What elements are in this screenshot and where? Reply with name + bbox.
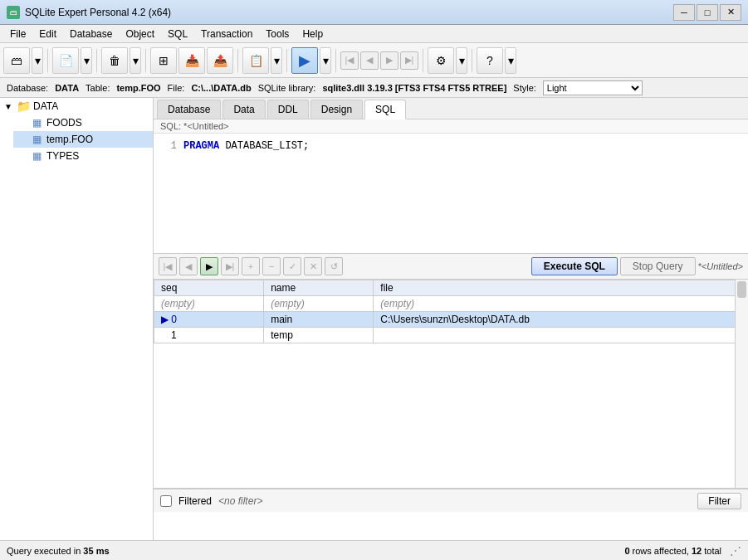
statusbar-left: Query executed in 35 ms bbox=[7, 546, 241, 556]
toolbar-execute-btn[interactable]: ▶ bbox=[291, 47, 318, 74]
library-value: sqlite3.dll 3.19.3 [FTS3 FTS4 FTS5 RTREE… bbox=[322, 83, 506, 93]
toolbar-delete-dropdown[interactable]: ▾ bbox=[130, 47, 141, 74]
menu-help[interactable]: Help bbox=[296, 27, 330, 41]
menu-file[interactable]: File bbox=[3, 27, 32, 41]
tree-arrow-data[interactable]: ▼ bbox=[3, 101, 13, 111]
toolbar-new-btn[interactable]: 📄 bbox=[52, 47, 79, 74]
sql-toolbar: |◀ ◀ ▶ ▶| + − ✓ ✕ ↺ Execute SQL Stop Que… bbox=[154, 254, 748, 280]
db-value: DATA bbox=[55, 83, 79, 93]
resize-grip[interactable]: ⋰ bbox=[728, 544, 741, 558]
sql-first-btn[interactable]: |◀ bbox=[159, 257, 177, 275]
toolbar-sep-2 bbox=[96, 49, 97, 72]
cell-name-main: main bbox=[264, 312, 374, 328]
execute-sql-button[interactable]: Execute SQL bbox=[531, 257, 618, 275]
toolbar-open-db-dropdown[interactable]: ▾ bbox=[32, 47, 43, 74]
toolbar-next-btn[interactable]: ▶ bbox=[380, 51, 398, 70]
sql-add-btn[interactable]: + bbox=[242, 257, 260, 275]
toolbar-last-btn[interactable]: ▶| bbox=[400, 51, 418, 70]
maximize-button[interactable]: □ bbox=[697, 4, 718, 21]
results-table: seq name file (empty) (empty) (empty) bbox=[154, 280, 748, 343]
sql-remove-btn[interactable]: − bbox=[262, 257, 281, 275]
menu-edit[interactable]: Edit bbox=[32, 27, 63, 41]
execution-time: 35 ms bbox=[83, 546, 109, 556]
tabs: Database Data DDL Design SQL bbox=[154, 98, 748, 119]
menu-tools[interactable]: Tools bbox=[259, 27, 296, 41]
toolbar-grid-btn[interactable]: ⊞ bbox=[150, 47, 177, 74]
results-table-container[interactable]: seq name file (empty) (empty) (empty) bbox=[154, 280, 748, 489]
toolbar-import-btn[interactable]: 📥 bbox=[178, 47, 205, 74]
table-label: Table: bbox=[86, 83, 110, 93]
sql-content: PRAGMA DATABASE_LIST; bbox=[183, 140, 309, 152]
line-number: 1 bbox=[160, 140, 177, 152]
stop-query-button[interactable]: Stop Query bbox=[620, 257, 696, 275]
sql-label: SQL: *<Untitled> bbox=[154, 119, 748, 134]
titlebar-left: 🗃 SQLite Expert Personal 4.2 (x64) bbox=[7, 6, 171, 19]
filtered-checkbox[interactable] bbox=[160, 495, 172, 507]
tree-children: ▶ ▦ FOODS ▶ ▦ temp.FOO ▶ ▦ TYPES bbox=[0, 114, 153, 164]
table-row[interactable]: (empty) (empty) (empty) bbox=[154, 296, 748, 312]
table-row[interactable]: ▶ 0 main C:\Users\sunzn\Desktop\DATA.db bbox=[154, 312, 748, 328]
toolbar-execute-dropdown[interactable]: ▾ bbox=[320, 47, 331, 74]
tree-item-tempfoo[interactable]: ▶ ▦ temp.FOO bbox=[13, 131, 153, 148]
tab-database[interactable]: Database bbox=[157, 100, 221, 119]
cell-empty-seq: (empty) bbox=[154, 296, 264, 312]
toolbar-sep-3 bbox=[145, 49, 146, 72]
menu-sql[interactable]: SQL bbox=[161, 27, 194, 41]
tree-item-types[interactable]: ▶ ▦ TYPES bbox=[13, 148, 153, 164]
filter-button[interactable]: Filter bbox=[697, 493, 741, 509]
tab-design[interactable]: Design bbox=[310, 100, 363, 119]
toolbar-sep-8 bbox=[472, 49, 472, 72]
window-title: SQLite Expert Personal 4.2 (x64) bbox=[25, 7, 171, 18]
menu-transaction[interactable]: Transaction bbox=[194, 27, 259, 41]
table-icon-tempfoo: ▦ bbox=[30, 133, 43, 146]
tab-sql[interactable]: SQL bbox=[364, 100, 406, 119]
folder-icon: 📁 bbox=[17, 100, 30, 113]
sql-play-btn[interactable]: ▶ bbox=[200, 257, 218, 275]
toolbar-sep-6 bbox=[335, 49, 336, 72]
sidebar-tree: ▼ 📁 DATA ▶ ▦ FOODS ▶ ▦ temp.FOO ▶ ▦ TYPE… bbox=[0, 98, 154, 540]
tree-label-foods: FOODS bbox=[46, 117, 82, 129]
sql-refresh-btn[interactable]: ↺ bbox=[325, 257, 343, 275]
window-controls: ─ □ ✕ bbox=[673, 4, 741, 21]
tree-item-foods[interactable]: ▶ ▦ FOODS bbox=[13, 114, 153, 131]
tab-ddl[interactable]: DDL bbox=[267, 100, 309, 119]
results-area: seq name file (empty) (empty) (empty) bbox=[154, 280, 748, 512]
tree-item-data[interactable]: ▼ 📁 DATA bbox=[0, 98, 153, 114]
toolbar-export-btn[interactable]: 📤 bbox=[207, 47, 233, 74]
sql-confirm-btn[interactable]: ✓ bbox=[283, 257, 301, 275]
content-area: Database Data DDL Design SQL SQL: *<Unti… bbox=[154, 98, 748, 540]
table-value: temp.FOO bbox=[116, 83, 160, 93]
toolbar-open-db-btn[interactable]: 🗃 bbox=[3, 47, 30, 74]
cell-seq-0: ▶ 0 bbox=[154, 312, 264, 328]
tab-data[interactable]: Data bbox=[222, 100, 265, 119]
style-label: Style: bbox=[513, 83, 536, 93]
close-button[interactable]: ✕ bbox=[720, 4, 741, 21]
minimize-button[interactable]: ─ bbox=[673, 4, 695, 21]
sql-last-btn[interactable]: ▶| bbox=[221, 257, 239, 275]
style-select[interactable]: Light Dark Classic bbox=[543, 80, 643, 95]
sql-cancel-nav-btn[interactable]: ✕ bbox=[304, 257, 322, 275]
toolbar-copy-btn[interactable]: 📋 bbox=[242, 47, 269, 74]
main-area: ▼ 📁 DATA ▶ ▦ FOODS ▶ ▦ temp.FOO ▶ ▦ TYPE… bbox=[0, 98, 748, 540]
library-label: SQLite library: bbox=[258, 83, 316, 93]
toolbar-prev-btn[interactable]: ◀ bbox=[360, 51, 379, 70]
toolbar-help-dropdown[interactable]: ▾ bbox=[505, 47, 516, 74]
toolbar-help-btn[interactable]: ? bbox=[477, 47, 503, 74]
col-header-seq: seq bbox=[154, 280, 264, 296]
filtered-label: Filtered bbox=[178, 495, 212, 507]
menu-object[interactable]: Object bbox=[119, 27, 161, 41]
table-row[interactable]: 1 temp bbox=[154, 328, 748, 343]
results-scrollbar[interactable] bbox=[735, 280, 748, 488]
sql-prev-btn[interactable]: ◀ bbox=[179, 257, 198, 275]
toolbar-copy-dropdown[interactable]: ▾ bbox=[271, 47, 282, 74]
toolbar-settings-btn[interactable]: ⚙ bbox=[428, 47, 454, 74]
db-label: Database: bbox=[7, 83, 48, 93]
file-label: File: bbox=[168, 83, 185, 93]
cell-name-temp: temp bbox=[264, 328, 374, 343]
toolbar-new-dropdown[interactable]: ▾ bbox=[81, 47, 92, 74]
toolbar-delete-btn[interactable]: 🗑 bbox=[101, 47, 128, 74]
toolbar-first-btn[interactable]: |◀ bbox=[340, 51, 359, 70]
toolbar-settings-dropdown[interactable]: ▾ bbox=[456, 47, 467, 74]
sql-editor[interactable]: 1 PRAGMA DATABASE_LIST; bbox=[154, 134, 748, 254]
menu-database[interactable]: Database bbox=[63, 27, 119, 41]
